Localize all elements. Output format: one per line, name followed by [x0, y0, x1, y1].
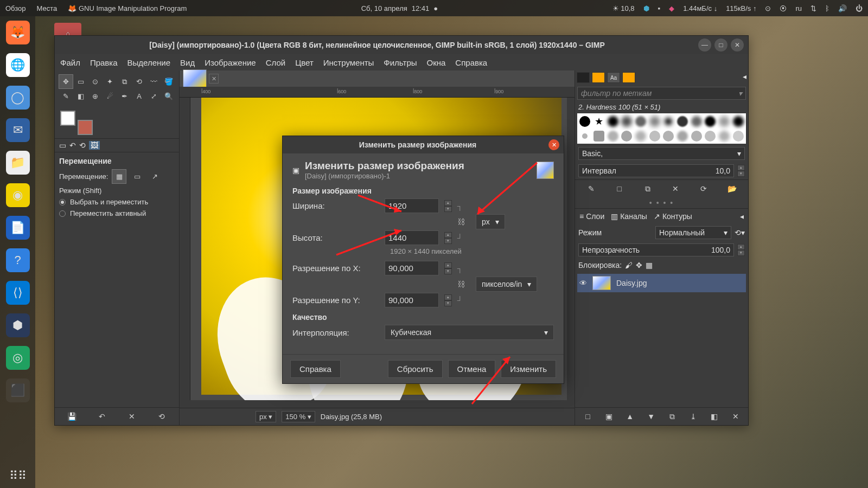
dock-firefox[interactable]: 🦊: [6, 21, 30, 44]
qbit-icon[interactable]: ⬢: [643, 4, 649, 12]
resy-spinner[interactable]: ▴▾: [444, 294, 452, 306]
brush-filter[interactable]: фильтр по меткам▾: [577, 87, 746, 100]
dock-vscode[interactable]: ⟨⟩: [6, 281, 30, 305]
height-input[interactable]: 1440: [385, 230, 439, 245]
layer-opacity[interactable]: Непрозрачность100,0: [578, 243, 734, 256]
dock-thunderbird[interactable]: ✉: [6, 118, 30, 142]
new-group-icon[interactable]: ▣: [603, 411, 614, 422]
lower-layer-icon[interactable]: ▼: [646, 411, 656, 422]
tool-eraser[interactable]: ◧: [74, 89, 87, 103]
device-status-tab[interactable]: ↶: [69, 141, 76, 150]
notification-dot[interactable]: ●: [433, 4, 438, 12]
clock-date[interactable]: Сб, 10 апреля: [361, 4, 407, 12]
undo-history-tab[interactable]: ⟲: [79, 141, 86, 150]
dock-app[interactable]: ◎: [6, 346, 30, 370]
new-brush-icon[interactable]: □: [614, 183, 625, 194]
active-app[interactable]: 🦊 GNU Image Manipulation Program: [68, 4, 187, 12]
layers-menu-icon[interactable]: ◂: [740, 212, 744, 221]
tool-smudge[interactable]: ☄: [103, 89, 117, 103]
visibility-icon[interactable]: 👁: [579, 279, 587, 287]
bluetooth-icon[interactable]: ᛒ: [825, 4, 829, 12]
tool-free-select[interactable]: ⊙: [88, 75, 102, 88]
interpolation-select[interactable]: Кубическая▾: [385, 325, 554, 340]
close-button[interactable]: ✕: [731, 38, 744, 52]
scale-button[interactable]: Изменить: [501, 360, 556, 378]
tool-color-picker[interactable]: ⤢: [147, 89, 161, 103]
res-chain-link-icon[interactable]: ⛓: [457, 280, 466, 288]
refresh-brush-icon[interactable]: ⟳: [698, 183, 709, 194]
help-button[interactable]: Справка: [290, 360, 341, 378]
tool-opts-tab[interactable]: ▭: [59, 141, 66, 150]
brush-grid[interactable]: ★: [577, 113, 746, 144]
tool-zoom[interactable]: 🔍: [162, 89, 175, 103]
opacity-spinner[interactable]: ▴▾: [737, 244, 745, 256]
menu-windows[interactable]: Окна: [427, 58, 446, 67]
resolution-y-input[interactable]: 90,000: [385, 293, 439, 307]
cancel-button[interactable]: Отмена: [448, 360, 496, 378]
history-tab[interactable]: [622, 72, 635, 83]
size-unit-select[interactable]: px▾: [476, 214, 505, 229]
save-preset-icon[interactable]: 💾: [67, 411, 78, 422]
background-color[interactable]: [78, 120, 93, 135]
foreground-color[interactable]: [60, 111, 75, 126]
minimize-button[interactable]: —: [698, 38, 711, 52]
mode-reset-icon[interactable]: ⟲▾: [735, 228, 745, 237]
dock-help[interactable]: ?: [6, 248, 30, 272]
move-mode-path[interactable]: ↗: [148, 170, 162, 183]
vertical-scrollbar[interactable]: [567, 98, 575, 400]
lock-pixels-icon[interactable]: 🖌: [625, 261, 633, 269]
volume-icon[interactable]: 🔊: [838, 4, 847, 12]
tab-layers[interactable]: ≡Слои: [579, 212, 604, 221]
opt-move-active[interactable]: Переместить активный: [59, 209, 175, 217]
maximize-button[interactable]: □: [714, 38, 727, 52]
brush-preset-select[interactable]: Basic,▾: [578, 147, 745, 160]
dock-chrome[interactable]: 🌐: [6, 53, 30, 77]
new-layer-icon[interactable]: □: [582, 411, 593, 422]
panel-grip[interactable]: • • • •: [575, 197, 748, 208]
image-tab[interactable]: [183, 69, 207, 88]
dock-writer[interactable]: 📄: [6, 216, 30, 240]
width-spinner[interactable]: ▴▾: [444, 200, 452, 212]
places[interactable]: Места: [37, 4, 58, 12]
dock-terminal[interactable]: ⬛: [6, 378, 30, 402]
tool-fuzzy-select[interactable]: ✦: [103, 75, 117, 88]
delete-brush-icon[interactable]: ✕: [670, 183, 681, 194]
merge-down-icon[interactable]: ⤓: [688, 411, 699, 422]
opt-pick-layer[interactable]: Выбрать и переместить: [59, 198, 175, 206]
dock-virtualbox[interactable]: ⬢: [6, 313, 30, 337]
horizontal-scrollbar[interactable]: [180, 400, 575, 408]
fg-bg-colors[interactable]: [60, 111, 93, 135]
panel-menu-icon[interactable]: ◂: [743, 72, 746, 83]
cube-icon[interactable]: ◆: [669, 4, 674, 12]
mask-icon[interactable]: ◧: [709, 411, 720, 422]
blend-mode-select[interactable]: Нормальный▾: [655, 226, 731, 239]
move-mode-layer[interactable]: ▦: [112, 170, 126, 183]
status-zoom-select[interactable]: 150 % ▾: [282, 411, 315, 422]
resx-spinner[interactable]: ▴▾: [444, 262, 452, 274]
tab-close[interactable]: ✕: [209, 74, 219, 84]
menu-tools[interactable]: Инструменты: [323, 58, 374, 67]
reset-button[interactable]: Сбросить: [388, 360, 443, 378]
tab-paths[interactable]: ↗Контуры: [654, 212, 692, 221]
resolution-unit-select[interactable]: пикселов/in▾: [476, 277, 537, 292]
tool-pencil[interactable]: ✎: [59, 89, 73, 103]
menu-select[interactable]: Выделение: [127, 58, 170, 67]
dock-rhythmbox[interactable]: ◉: [6, 183, 30, 207]
dialog-titlebar[interactable]: Изменить размер изображения ✕: [283, 136, 564, 153]
tool-rect-select[interactable]: ▭: [74, 75, 87, 88]
layer-name[interactable]: Daisy.jpg: [616, 279, 647, 287]
a11y-icon[interactable]: ⦿: [780, 4, 787, 12]
menu-help[interactable]: Справка: [455, 58, 487, 67]
menu-color[interactable]: Цвет: [295, 58, 314, 67]
edit-brush-icon[interactable]: ✎: [586, 183, 597, 194]
dock-chromium[interactable]: ◯: [6, 86, 30, 110]
menu-file[interactable]: Файл: [60, 58, 80, 67]
keyboard-layout[interactable]: ru: [795, 4, 802, 12]
menu-edit[interactable]: Правка: [90, 58, 118, 67]
lock-position-icon[interactable]: ✥: [636, 261, 642, 269]
height-spinner[interactable]: ▴▾: [444, 232, 452, 244]
spacing-spinner[interactable]: ▴▾: [737, 165, 745, 177]
dialog-close-button[interactable]: ✕: [548, 139, 559, 150]
open-brush-icon[interactable]: 📂: [726, 183, 737, 194]
dock-apps-grid[interactable]: ⠿⠿: [6, 464, 30, 488]
